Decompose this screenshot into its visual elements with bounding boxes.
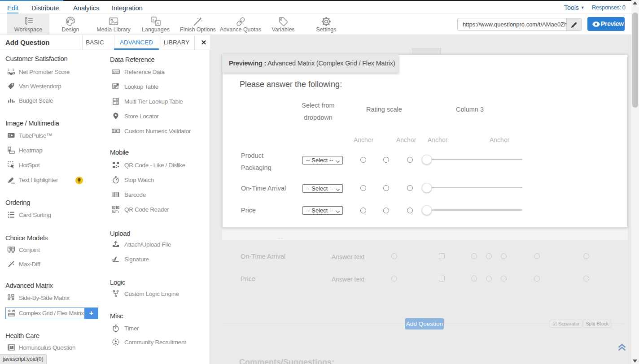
svg-text:84122: 84122	[113, 71, 120, 74]
svg-text:A: A	[157, 21, 159, 26]
svg-text:x: x	[112, 258, 114, 261]
svg-text:1: 1	[8, 68, 9, 71]
svg-text:x: x	[153, 18, 154, 22]
svg-text:5: 5	[13, 68, 14, 71]
